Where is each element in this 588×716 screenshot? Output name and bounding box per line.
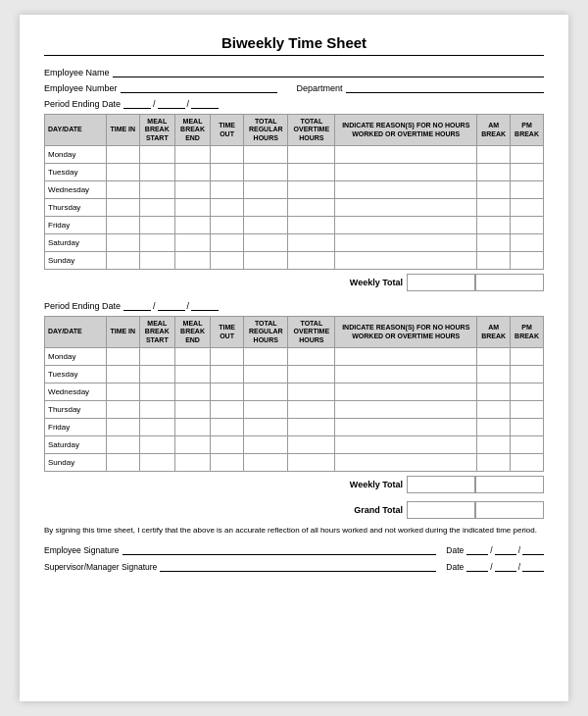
data-cell xyxy=(139,217,174,234)
supervisor-date-label: Date xyxy=(446,562,464,572)
data-cell xyxy=(511,234,544,252)
data-cell xyxy=(335,252,477,270)
data-cell xyxy=(335,401,477,419)
weekly-total-reg-box-1 xyxy=(407,274,475,291)
data-cell xyxy=(477,384,511,401)
timesheet-page: Biweekly Time Sheet Employee Name Employ… xyxy=(20,15,568,701)
data-cell xyxy=(335,217,477,234)
header-pm-2: PM BREAK xyxy=(511,317,544,348)
data-cell xyxy=(335,234,477,252)
page-title: Biweekly Time Sheet xyxy=(44,34,544,56)
data-cell xyxy=(174,181,210,199)
supervisor-date-year xyxy=(522,560,544,572)
data-cell xyxy=(288,181,335,199)
data-cell xyxy=(106,234,139,252)
weekly-total-reg-box-2 xyxy=(407,476,475,493)
data-cell xyxy=(139,146,174,164)
data-cell xyxy=(139,164,174,181)
data-cell xyxy=(243,181,287,199)
period-day-2 xyxy=(158,299,185,311)
data-cell xyxy=(243,252,287,270)
data-cell xyxy=(335,199,477,217)
data-cell xyxy=(174,436,210,454)
data-cell xyxy=(243,401,287,419)
data-cell xyxy=(139,252,174,270)
data-cell xyxy=(511,384,544,401)
data-cell xyxy=(511,436,544,454)
day-cell: Saturday xyxy=(45,234,107,252)
day-cell: Wednesday xyxy=(45,181,107,199)
grand-total-ot-box xyxy=(475,501,544,519)
data-cell xyxy=(211,436,244,454)
day-cell: Thursday xyxy=(45,199,107,217)
supervisor-signature-label: Supervisor/Manager Signature xyxy=(44,562,157,572)
data-cell xyxy=(335,366,477,384)
weekly-total-label-1: Weekly Total xyxy=(350,278,403,287)
period-ending-row-2: Period Ending Date / / xyxy=(44,299,544,311)
data-cell xyxy=(211,401,244,419)
data-cell xyxy=(106,217,139,234)
week2-table: DAY/DATE TIME IN MEAL BREAK START MEAL B… xyxy=(44,316,544,472)
header-total-ot-1: TOTAL OVERTIME HOURS xyxy=(288,115,335,146)
data-cell xyxy=(288,146,335,164)
data-cell xyxy=(288,164,335,181)
data-cell xyxy=(174,366,210,384)
data-cell xyxy=(174,419,210,436)
header-time-out-1: TIME OUT xyxy=(211,115,244,146)
data-cell xyxy=(288,419,335,436)
data-cell xyxy=(106,384,139,401)
header-total-ot-2: TOTAL OVERTIME HOURS xyxy=(288,317,335,348)
data-cell xyxy=(477,348,511,366)
grand-total-reg-box xyxy=(407,501,475,519)
day-cell: Tuesday xyxy=(45,366,107,384)
data-cell xyxy=(335,181,477,199)
data-cell xyxy=(477,401,511,419)
data-cell xyxy=(335,146,477,164)
data-cell xyxy=(511,146,544,164)
supervisor-signature-line xyxy=(160,560,436,572)
period-month-1 xyxy=(123,97,151,109)
data-cell xyxy=(139,436,174,454)
data-cell xyxy=(211,366,244,384)
employee-date-year xyxy=(522,543,544,555)
data-cell xyxy=(174,384,210,401)
data-cell xyxy=(511,348,544,366)
data-cell xyxy=(335,384,477,401)
data-cell xyxy=(335,164,477,181)
data-cell xyxy=(139,384,174,401)
data-cell xyxy=(106,181,139,199)
day-cell: Monday xyxy=(45,348,107,366)
table-row: Monday xyxy=(45,146,544,164)
table-row: Sunday xyxy=(45,252,544,270)
header-time-in-2: TIME IN xyxy=(106,317,139,348)
data-cell xyxy=(106,401,139,419)
data-cell xyxy=(511,419,544,436)
period-year-1 xyxy=(191,97,219,109)
period-ending-label-1: Period Ending Date xyxy=(44,99,121,109)
data-cell xyxy=(174,217,210,234)
period-ending-row-1: Period Ending Date / / xyxy=(44,97,544,109)
table-row: Wednesday xyxy=(45,384,544,401)
data-cell xyxy=(243,164,287,181)
table-row: Wednesday xyxy=(45,181,544,199)
data-cell xyxy=(477,419,511,436)
employee-number-row: Employee Number Department xyxy=(44,81,544,93)
day-cell: Saturday xyxy=(45,436,107,454)
table-row: Sunday xyxy=(45,454,544,472)
weekly-total-row-1: Weekly Total xyxy=(44,274,544,291)
data-cell xyxy=(211,348,244,366)
data-cell xyxy=(211,217,244,234)
supervisor-date-month xyxy=(466,560,488,572)
table-row: Thursday xyxy=(45,199,544,217)
day-cell: Sunday xyxy=(45,454,107,472)
day-cell: Tuesday xyxy=(45,164,107,181)
data-cell xyxy=(477,199,511,217)
data-cell xyxy=(511,199,544,217)
data-cell xyxy=(243,436,287,454)
data-cell xyxy=(477,217,511,234)
data-cell xyxy=(139,181,174,199)
table-row: Thursday xyxy=(45,401,544,419)
data-cell xyxy=(477,146,511,164)
employee-number-label: Employee Number xyxy=(44,83,118,93)
header-reasons-2: INDICATE REASON(S) FOR NO HOURS WORKED O… xyxy=(335,317,477,348)
